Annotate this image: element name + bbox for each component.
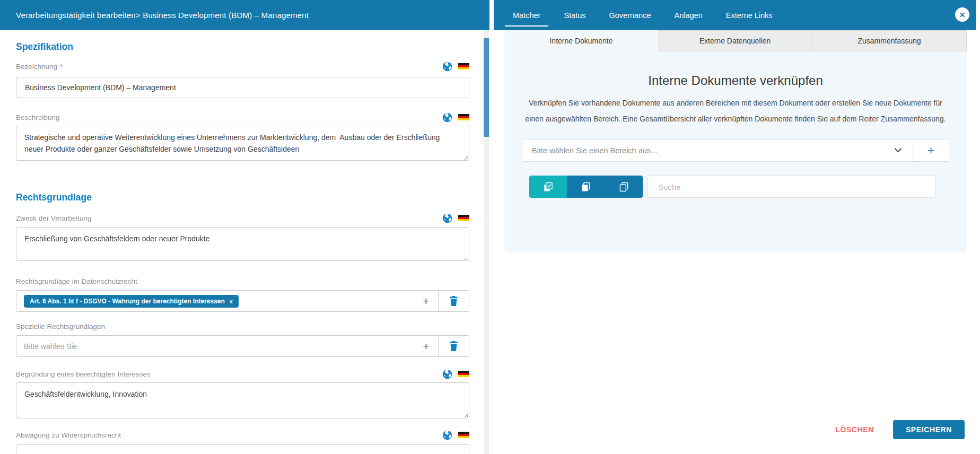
german-flag-icon[interactable] — [458, 63, 469, 70]
app-root: Verarbeitungstätigkeit bearbeiten> Busin… — [0, 0, 980, 454]
required-mark: * — [60, 63, 63, 71]
datenschutzrecht-label-row: Rechtsgrundlage im Datenschutzrecht — [16, 276, 469, 286]
abwaegung-textarea[interactable] — [16, 444, 469, 454]
beschreibung-label-row: Beschreibung — [16, 112, 469, 123]
subtab-interne-dokumente[interactable]: Interne Dokumente — [504, 30, 658, 51]
tab-matcher[interactable]: Matcher — [505, 0, 548, 30]
card-title: Interne Dokumente verknüpfen — [522, 51, 949, 88]
chevron-down-icon — [894, 148, 902, 153]
globe-icon[interactable] — [442, 369, 452, 379]
language-switcher — [442, 430, 469, 440]
section-title-spezifikation: Spezifikation — [16, 41, 469, 53]
zweck-textarea[interactable]: Erschließung von Geschäftsfeldern oder n… — [16, 227, 469, 261]
zweck-label: Zweck der Verarbeitung — [16, 214, 92, 222]
language-switcher — [442, 112, 469, 123]
bereich-select[interactable]: Bitte wählen Sie einen Bereich aus... — [522, 139, 913, 161]
close-icon: ✕ — [959, 11, 966, 19]
selected-tags: Art. 6 Abs. 1 lit f - DSGVO - Wahrung de… — [16, 291, 414, 311]
right-panel-header: Matcher Status Governance Anlagen Extern… — [494, 0, 980, 30]
doc-copy-outline-icon — [619, 182, 629, 192]
language-switcher — [442, 62, 469, 72]
spezielle-label-row: Spezielle Rechtsgrundlagen — [16, 321, 469, 331]
bezeichnung-label: Bezeichnung * — [16, 63, 63, 71]
breadcrumb: Verarbeitungstätigkeit bearbeiten> Busin… — [16, 11, 309, 20]
subtab-zusammenfassung[interactable]: Zusammenfassung — [812, 30, 967, 51]
spezielle-select: Bitte wählen Sie + — [16, 335, 469, 357]
begruendung-label: Begründung eines berechtigten Interesses — [16, 370, 151, 378]
right-scrollbar-track[interactable] — [976, 0, 980, 454]
add-rechtsgrundlage-button[interactable]: + — [414, 291, 438, 311]
spezielle-label: Spezielle Rechtsgrundlagen — [16, 322, 105, 330]
doc-check-icon — [543, 182, 553, 192]
globe-icon[interactable] — [442, 112, 452, 123]
datenschutzrecht-select: Art. 6 Abs. 1 lit f - DSGVO - Wahrung de… — [16, 290, 469, 312]
german-flag-icon[interactable] — [458, 114, 469, 121]
begruendung-label-row: Begründung eines berechtigten Interesses — [16, 369, 469, 379]
matcher-side-panel: Matcher Status Governance Anlagen Extern… — [494, 0, 980, 454]
interne-dokumente-card: Interne Dokumente verknüpfen Verknüpfen … — [504, 51, 967, 252]
tab-externe-links[interactable]: Externe Links — [718, 0, 781, 30]
delete-button[interactable]: LÖSCHEN — [835, 425, 874, 434]
panel-footer: LÖSCHEN SPEICHERN — [835, 420, 965, 439]
left-scrollbar-thumb[interactable] — [484, 38, 489, 137]
document-toolbar — [529, 176, 936, 198]
language-switcher — [442, 369, 469, 379]
datenschutzrecht-label: Rechtsgrundlage im Datenschutzrecht — [16, 277, 137, 285]
globe-icon[interactable] — [442, 62, 452, 72]
left-panel-header: Verarbeitungstätigkeit bearbeiten> Busin… — [0, 0, 489, 30]
german-flag-icon[interactable] — [458, 371, 469, 378]
document-filter-group — [529, 176, 643, 198]
close-panel-button[interactable]: ✕ — [955, 7, 969, 22]
tab-governance[interactable]: Governance — [601, 0, 659, 30]
matcher-subtabs: Interne Dokumente Externe Datenquellen Z… — [504, 30, 967, 51]
begruendung-textarea[interactable]: Geschäftsfeldentwicklung, Innovation — [16, 382, 469, 418]
edit-form: Spezifikation Bezeichnung * Beschreibung — [0, 41, 469, 454]
filter-docs-filled-button[interactable] — [567, 176, 605, 198]
left-scrollbar-track[interactable] — [484, 30, 489, 454]
trash-icon — [450, 296, 458, 306]
language-switcher — [442, 213, 469, 223]
remove-tag-icon[interactable]: x — [230, 298, 233, 304]
bezeichnung-input[interactable] — [16, 77, 469, 98]
clear-spezielle-button[interactable] — [438, 336, 469, 356]
tab-status[interactable]: Status — [556, 0, 593, 30]
abwaegung-label: Abwägung zu Widerspruchsrecht — [16, 431, 121, 439]
tab-anlagen[interactable]: Anlagen — [667, 0, 711, 30]
filter-docs-outline-button[interactable] — [605, 176, 643, 198]
subtab-externe-datenquellen[interactable]: Externe Datenquellen — [658, 30, 812, 51]
german-flag-icon[interactable] — [458, 432, 469, 439]
processing-activity-edit-panel: Verarbeitungstätigkeit bearbeiten> Busin… — [0, 0, 494, 454]
doc-copy-filled-icon — [581, 182, 591, 192]
search-input[interactable] — [647, 176, 936, 198]
bereich-placeholder: Bitte wählen Sie einen Bereich aus... — [532, 146, 657, 155]
bereich-select-row: Bitte wählen Sie einen Bereich aus... + — [522, 139, 949, 162]
filter-checked-docs-button[interactable] — [529, 176, 567, 198]
globe-icon[interactable] — [442, 213, 452, 223]
german-flag-icon[interactable] — [458, 215, 469, 222]
trash-icon — [450, 341, 458, 351]
save-button[interactable]: SPEICHERN — [893, 420, 965, 439]
spezielle-placeholder: Bitte wählen Sie — [24, 342, 77, 351]
beschreibung-textarea[interactable]: Strategische und operative Weiterentwick… — [16, 126, 469, 161]
bezeichnung-label-row: Bezeichnung * — [16, 61, 469, 72]
card-description: Verknüpfen Sie vorhandene Dokumente aus … — [522, 95, 949, 127]
abwaegung-label-row: Abwägung zu Widerspruchsrecht — [16, 430, 469, 440]
clear-rechtsgrundlage-button[interactable] — [438, 291, 469, 311]
zweck-label-row: Zweck der Verarbeitung — [16, 213, 469, 223]
globe-icon[interactable] — [442, 430, 452, 440]
spezielle-placeholder-area[interactable]: Bitte wählen Sie — [16, 336, 414, 356]
add-spezielle-button[interactable]: + — [414, 336, 438, 356]
beschreibung-label: Beschreibung — [16, 114, 60, 121]
section-title-rechtsgrundlage: Rechtsgrundlage — [16, 192, 469, 203]
rechtsgrundlage-tag: Art. 6 Abs. 1 lit f - DSGVO - Wahrung de… — [24, 295, 239, 308]
add-bereich-button[interactable]: + — [913, 139, 949, 161]
